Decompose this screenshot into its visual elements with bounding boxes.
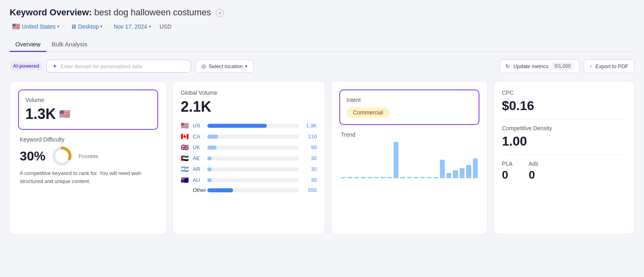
cards-grid: Volume 1.3K 🇺🇸 Keyword Difficulty 30% — [10, 81, 634, 234]
country-bar-container — [207, 135, 299, 139]
export-pdf-button[interactable]: ↑ Export to PDF — [584, 59, 634, 73]
country-bar-container — [207, 124, 299, 128]
refresh-icon: ↻ — [506, 63, 510, 69]
ads-label: Ads — [528, 160, 538, 167]
country-bar-container — [207, 146, 299, 150]
ads-item: Ads 0 — [528, 160, 538, 181]
country-value: 110 — [302, 133, 317, 140]
tab-bulk-analysis[interactable]: Bulk Analysis — [46, 37, 93, 52]
cpc-label: CPC — [502, 90, 626, 96]
country-bar-fill — [207, 178, 212, 182]
trend-bar — [341, 177, 346, 178]
update-metrics-button[interactable]: ↻ Update metrics 0/1,000 — [500, 59, 579, 73]
kd-label: Keyword Difficulty — [20, 136, 157, 143]
device-chevron-icon: ▾ — [100, 24, 102, 29]
country-flag: 🇦🇪 — [181, 154, 190, 162]
ads-value: 0 — [528, 169, 538, 181]
trend-bar — [367, 177, 372, 178]
country-code: AR — [193, 166, 204, 172]
domain-placeholder: Enter domain for personalized data — [60, 63, 142, 69]
volume-section: Volume 1.3K 🇺🇸 — [18, 90, 158, 130]
cd-section: Competitive Density 1.00 — [502, 125, 626, 155]
country-bar-fill — [207, 156, 212, 160]
pla-value: 0 — [502, 169, 512, 181]
date-selector[interactable]: Nov 17, 2024 ▾ — [111, 23, 153, 31]
pla-item: PLA 0 — [502, 160, 512, 181]
intent-section: Intent Commercial — [339, 90, 479, 125]
country-flag: 🇦🇷 — [181, 165, 190, 173]
kd-section: Keyword Difficulty 30% Possible A compet… — [18, 136, 158, 185]
export-label: Export to PDF — [595, 63, 628, 69]
add-keyword-button[interactable]: + — [216, 9, 224, 17]
country-value: 30 — [302, 166, 317, 172]
trend-bar — [427, 177, 431, 178]
kd-description: A competitive keyword to rank for. You w… — [20, 169, 157, 185]
date-chevron-icon: ▾ — [149, 24, 151, 29]
gv-label: Global Volume — [181, 90, 317, 96]
location-placeholder: Select location — [208, 63, 243, 69]
country-name: United States — [22, 23, 56, 30]
currency-label: USD — [159, 23, 171, 30]
other-label: Other — [193, 187, 204, 193]
country-bar-container — [207, 178, 299, 182]
update-label: Update metrics — [513, 63, 548, 69]
export-icon: ↑ — [590, 63, 592, 69]
trend-bar — [420, 177, 425, 178]
trend-label: Trend — [341, 131, 478, 138]
kd-sub: Possible — [78, 153, 98, 159]
update-counter: 0/1,000 — [552, 62, 574, 70]
kd-donut — [51, 145, 73, 167]
tab-overview[interactable]: Overview — [10, 37, 46, 52]
location-chevron-icon: ▾ — [245, 64, 248, 69]
country-bar-fill — [207, 167, 212, 171]
other-value: 550 — [302, 187, 317, 193]
other-bar — [207, 188, 299, 192]
global-volume-card: Global Volume 2.1K 🇺🇸 US 1.3K 🇨🇦 CA 110 … — [172, 81, 325, 234]
country-value: 1.3K — [302, 123, 317, 129]
location-selector[interactable]: ◎ Select location ▾ — [195, 60, 254, 73]
toolbar-right: ↻ Update metrics 0/1,000 ↑ Export to PDF — [500, 59, 634, 73]
trend-bar — [466, 165, 471, 178]
intent-badge: Commercial — [347, 107, 390, 118]
device-label: Desktop — [78, 23, 99, 30]
cd-value: 1.00 — [502, 134, 626, 149]
trend-bar — [347, 177, 352, 178]
gv-value: 2.1K — [181, 98, 317, 115]
cpc-value: $0.16 — [502, 98, 626, 113]
trend-bar — [440, 160, 445, 178]
country-code: AE — [193, 155, 204, 161]
country-chevron-icon: ▾ — [57, 24, 59, 29]
donut-chart — [51, 145, 73, 167]
toolbar: AI-powered ✦ Enter domain for personaliz… — [10, 59, 634, 73]
device-selector[interactable]: 🖥 Desktop ▾ — [68, 22, 105, 31]
country-bar-container — [207, 156, 299, 160]
volume-value: 1.3K 🇺🇸 — [25, 106, 151, 123]
other-row: Other 550 — [181, 187, 317, 193]
volume-label: Volume — [25, 97, 151, 103]
country-selector[interactable]: 🇺🇸 United States ▾ — [10, 22, 62, 31]
country-row: 🇦🇪 AE 30 — [181, 154, 317, 162]
left-card: Volume 1.3K 🇺🇸 Keyword Difficulty 30% — [10, 81, 167, 234]
country-flag: 🇺🇸 — [12, 23, 20, 30]
trend-bar — [354, 177, 359, 178]
country-value: 30 — [302, 177, 317, 183]
country-row: 🇬🇧 UK 90 — [181, 144, 317, 151]
kd-row: 30% Possible — [20, 145, 157, 167]
trend-section: Trend — [339, 131, 479, 178]
country-code: CA — [193, 133, 204, 140]
trend-bar — [374, 177, 379, 178]
trend-bar — [407, 177, 412, 178]
country-bar-fill — [207, 146, 217, 150]
country-value: 90 — [302, 144, 317, 150]
tabs-row: Overview Bulk Analysis — [10, 37, 634, 52]
trend-bar — [413, 177, 418, 178]
trend-bar — [453, 170, 458, 178]
domain-input[interactable]: ✦ Enter domain for personalized data — [46, 60, 191, 73]
pla-ads-row: PLA 0 Ads 0 — [502, 160, 626, 181]
keyword-text: best dog halloween costumes — [94, 7, 211, 17]
country-flag: 🇨🇦 — [181, 133, 190, 140]
intent-trend-card: Intent Commercial Trend — [331, 81, 488, 234]
meta-row: 🇺🇸 United States ▾ · 🖥 Desktop ▾ · Nov 1… — [10, 22, 634, 31]
country-flag: 🇺🇸 — [181, 122, 190, 129]
country-bar-fill — [207, 124, 267, 128]
